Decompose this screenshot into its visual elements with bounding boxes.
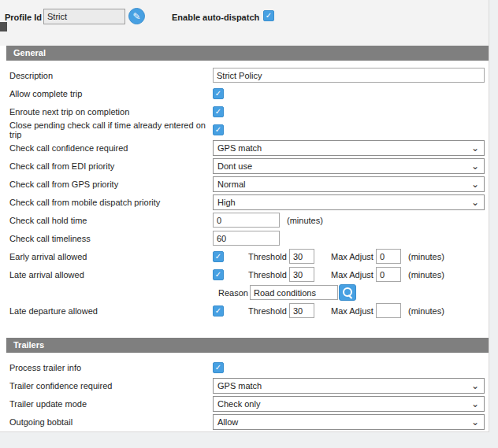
- max-adjust-label: Max Adjust: [331, 252, 376, 261]
- chevron-down-icon: ⌄: [471, 382, 479, 390]
- check-icon: ✓: [215, 270, 221, 280]
- settings-panel: Profile Id ✎ Enable auto-dispatch ✓ Gene…: [0, 0, 489, 432]
- trailer-update-mode-select[interactable]: Check only ⌄: [213, 396, 485, 412]
- row-label: Outgoing bobtail: [9, 417, 213, 427]
- description-input[interactable]: [213, 68, 485, 83]
- early-arrival-max-adjust-input[interactable]: [376, 249, 401, 264]
- row-label: Check call timeliness: [9, 234, 213, 243]
- unit-label: (minutes): [408, 270, 444, 280]
- select-value: Allow: [217, 417, 238, 427]
- row-label: Check call from mobile dispatch priority: [9, 198, 213, 207]
- row-allow-complete-trip: Allow complete trip ✓: [9, 84, 489, 102]
- late-departure-max-adjust-input[interactable]: [376, 303, 401, 318]
- row-label: Check call from GPS priority: [9, 180, 213, 189]
- trailer-confidence-select[interactable]: GPS match ⌄: [213, 378, 485, 394]
- reason-search-button[interactable]: [339, 284, 356, 301]
- row-label: Check call confidence required: [9, 143, 213, 153]
- row-gps-priority: Check call from GPS priority Normal ⌄: [9, 175, 489, 193]
- check-icon: ✓: [215, 306, 221, 316]
- row-outgoing-bobtail: Outgoing bobtail Allow ⌄: [9, 413, 489, 431]
- unit-label: (minutes): [287, 216, 323, 225]
- row-close-pending-check-call: Close pending check call if time already…: [9, 120, 489, 139]
- section-gap: [0, 324, 489, 338]
- row-label: Process trailer info: [9, 363, 213, 372]
- row-label: Trailer confidence required: [9, 381, 213, 391]
- profile-id-label: Profile Id: [5, 13, 42, 22]
- threshold-label: Threshold: [248, 306, 289, 316]
- row-late-departure: Late departure allowed ✓ Threshold Max A…: [9, 302, 489, 320]
- reason-label: Reason: [218, 288, 250, 298]
- gps-priority-select[interactable]: Normal ⌄: [213, 176, 485, 192]
- row-process-trailer-info: Process trailer info ✓: [9, 358, 489, 376]
- check-icon: ✓: [215, 252, 221, 261]
- select-value: Dont use: [217, 161, 252, 171]
- row-reason: Reason: [9, 283, 489, 302]
- profile-id-input[interactable]: [43, 9, 125, 24]
- section-header-trailers: Trailers: [6, 338, 489, 353]
- row-late-arrival: Late arrival allowed ✓ Threshold Max Adj…: [9, 265, 489, 283]
- max-adjust-label: Max Adjust: [331, 306, 376, 316]
- max-adjust-label: Max Adjust: [331, 270, 376, 280]
- check-icon: ✓: [215, 363, 221, 372]
- edit-profile-button[interactable]: ✎: [128, 8, 145, 24]
- unit-label: (minutes): [408, 252, 444, 261]
- search-icon: [343, 287, 353, 298]
- late-arrival-threshold-input[interactable]: [289, 267, 314, 282]
- enroute-next-trip-checkbox[interactable]: ✓: [213, 106, 224, 117]
- splitter-handle: [0, 22, 7, 31]
- chevron-down-icon: ⌄: [471, 400, 479, 408]
- select-value: Check only: [217, 399, 260, 409]
- allow-complete-trip-checkbox[interactable]: ✓: [213, 88, 224, 99]
- row-label: Check call from EDI priority: [9, 161, 213, 171]
- late-arrival-max-adjust-input[interactable]: [376, 267, 401, 282]
- select-value: Normal: [217, 180, 245, 189]
- late-departure-checkbox[interactable]: ✓: [213, 305, 224, 317]
- outgoing-bobtail-select[interactable]: Allow ⌄: [213, 414, 485, 430]
- chevron-down-icon: ⌄: [471, 144, 479, 152]
- chevron-down-icon: ⌄: [471, 198, 479, 206]
- select-value: GPS match: [217, 381, 262, 391]
- select-value: GPS match: [217, 143, 262, 153]
- late-arrival-checkbox[interactable]: ✓: [213, 269, 224, 280]
- pencil-icon: ✎: [132, 11, 140, 22]
- check-call-confidence-select[interactable]: GPS match ⌄: [213, 140, 485, 156]
- edi-priority-select[interactable]: Dont use ⌄: [213, 158, 485, 174]
- close-pending-check-call-checkbox[interactable]: ✓: [213, 124, 224, 135]
- section-header-general: General: [6, 46, 489, 61]
- enable-auto-dispatch-label: Enable auto-dispatch: [172, 13, 259, 22]
- late-departure-threshold-input[interactable]: [289, 303, 314, 318]
- general-rows: Description Allow complete trip ✓ Enrout…: [0, 61, 489, 324]
- early-arrival-threshold-input[interactable]: [289, 249, 314, 264]
- chevron-down-icon: ⌄: [471, 180, 479, 188]
- check-icon: ✓: [215, 89, 221, 98]
- row-trailer-confidence: Trailer confidence required GPS match ⌄: [9, 376, 489, 394]
- row-label: Early arrival allowed: [9, 252, 213, 261]
- reason-input[interactable]: [250, 285, 338, 300]
- timeliness-input[interactable]: [213, 231, 280, 246]
- row-hold-time: Check call hold time (minutes): [9, 211, 489, 229]
- check-icon: ✓: [266, 11, 272, 20]
- process-trailer-info-checkbox[interactable]: ✓: [213, 362, 224, 373]
- mobile-priority-select[interactable]: High ⌄: [213, 194, 485, 210]
- early-arrival-checkbox[interactable]: ✓: [213, 251, 224, 262]
- enable-auto-dispatch-checkbox[interactable]: ✓: [263, 10, 274, 21]
- check-icon: ✓: [215, 125, 221, 135]
- row-label: Check call hold time: [9, 216, 213, 225]
- row-enroute-next-trip: Enroute next trip on completion ✓: [9, 102, 489, 120]
- row-timeliness: Check call timeliness: [9, 229, 489, 247]
- row-label: Allow complete trip: [9, 89, 213, 98]
- row-label: Late departure allowed: [9, 306, 213, 316]
- row-label: Trailer update mode: [9, 399, 213, 409]
- threshold-label: Threshold: [248, 252, 289, 261]
- row-label: Description: [9, 71, 213, 80]
- chevron-down-icon: ⌄: [471, 162, 479, 170]
- threshold-label: Threshold: [248, 270, 289, 280]
- row-trailer-update-mode: Trailer update mode Check only ⌄: [9, 394, 489, 413]
- unit-label: (minutes): [408, 306, 444, 316]
- row-mobile-priority: Check call from mobile dispatch priority…: [9, 193, 489, 211]
- row-early-arrival: Early arrival allowed ✓ Threshold Max Ad…: [9, 247, 489, 265]
- hold-time-input[interactable]: [213, 213, 280, 228]
- row-description: Description: [9, 66, 489, 84]
- row-check-call-confidence: Check call confidence required GPS match…: [9, 139, 489, 157]
- row-label: Late arrival allowed: [9, 270, 213, 280]
